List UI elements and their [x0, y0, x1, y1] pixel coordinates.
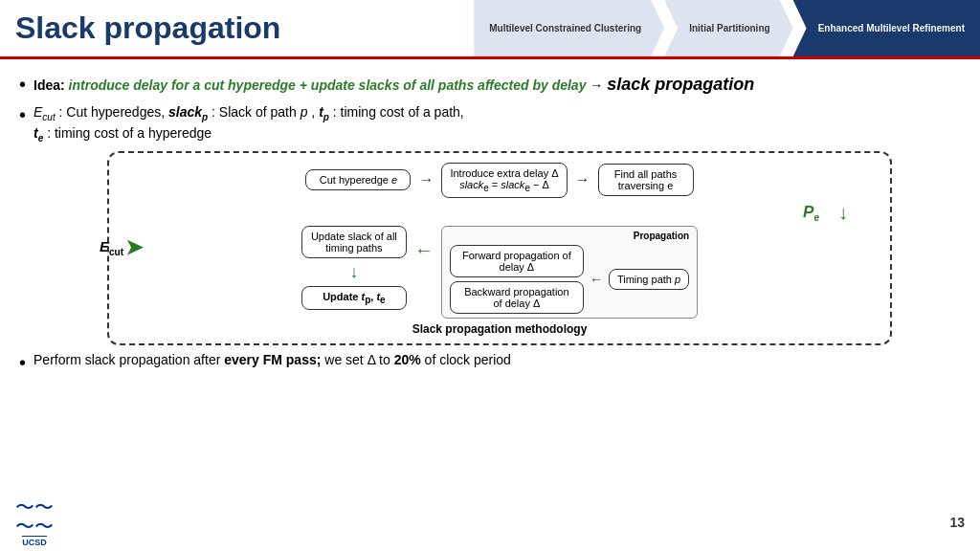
arrow-symbol: →	[590, 77, 607, 93]
propagation-content: Forward propagation of delay Δ Backward …	[450, 245, 689, 314]
find-paths-line2: traversing e	[607, 180, 685, 191]
nav-item-enhanced-refinement[interactable]: Enhanced Multilevel Refinement	[793, 0, 980, 56]
update-slack-box: Update slack of all timing paths	[301, 226, 407, 258]
bullet-dot-2: •	[19, 101, 26, 128]
nav-item-initial-partitioning[interactable]: Initial Partitioning	[664, 0, 792, 56]
backward-prop-line2: of delay Δ	[458, 298, 575, 309]
bullet-2-part3: : timing cost of a path,	[333, 104, 464, 120]
introduce-delay-box: Introduce extra delay Δ slacke = slacke …	[441, 163, 567, 198]
timing-path-box: Timing path p	[609, 269, 689, 290]
footer-bold1: every FM pass;	[224, 352, 321, 367]
bullet-2-part4: : timing cost of a hyperedge	[47, 125, 212, 141]
backward-prop-box: Backward propagation of delay Δ	[450, 281, 584, 314]
diagram-top-row: Cut hyperedge e → Introduce extra delay …	[122, 163, 877, 198]
nav-item-multilevel-clustering[interactable]: Multilevel Constrained Clustering	[474, 0, 664, 56]
pe-label: Pe	[803, 203, 819, 223]
find-paths-box: Find all paths traversing e	[598, 164, 694, 196]
footer: 〜〜〜〜 UCSD 13	[0, 497, 980, 547]
footer-suffix: of clock period	[425, 352, 511, 367]
ucsd-logo: 〜〜〜〜 UCSD	[15, 497, 54, 547]
footer-bold2: 20%	[394, 352, 421, 367]
introduce-delay-line1: Introduce extra delay Δ	[450, 167, 558, 179]
navigation-bar: Multilevel Constrained Clustering Initia…	[296, 0, 980, 56]
update-slack-line2: timing paths	[310, 242, 398, 253]
find-paths-line1: Find all paths	[607, 168, 685, 180]
down-arrow-update: ↓	[349, 262, 358, 282]
idea-description: introduce delay for a cut hyperedge + up…	[69, 77, 587, 93]
diagram-box: Cut hyperedge e → Introduce extra delay …	[107, 151, 892, 345]
cut-hyperedge-box: Cut hyperedge e	[305, 169, 411, 190]
propagation-label: Propagation	[450, 231, 689, 241]
footer-prefix: Perform slack propagation after	[33, 352, 224, 367]
bullet-1: • Idea: introduce delay for a cut hypere…	[19, 73, 961, 98]
page-number: 13	[949, 515, 965, 530]
left-column: Update slack of all timing paths ↓ Updat…	[301, 226, 407, 310]
ecut-notation: Ecut	[33, 104, 56, 120]
bullet-3-text: Perform slack propagation after every FM…	[33, 351, 961, 370]
update-te-box: Update tp, te	[301, 286, 407, 310]
arrow-2: →	[575, 171, 590, 188]
tp-notation: tp	[319, 104, 329, 120]
bullet-dot-3: •	[19, 349, 26, 376]
forward-prop-line1: Forward propagation of	[458, 250, 575, 261]
logo-text: UCSD	[22, 536, 47, 547]
down-arrow-pe: ↓	[838, 202, 848, 224]
bullet-2-part1: : Cut hyperedges,	[59, 104, 168, 120]
arrow-left-to-update: ←	[414, 239, 434, 261]
arrow-from-timing: ←	[590, 272, 603, 287]
diagram-area: Ecut ➤ Cut hyperedge e → Introduce extra…	[107, 151, 873, 345]
forward-backward-col: Forward propagation of delay Δ Backward …	[450, 245, 584, 314]
logo-waves-icon: 〜〜〜〜	[15, 497, 54, 536]
pe-propagation-row: Pe ↓	[122, 202, 877, 224]
bullet-2-text: Ecut : Cut hyperedges, slackp : Slack of…	[33, 103, 961, 145]
propagation-region: Propagation Forward propagation of delay…	[441, 226, 698, 319]
header: Slack propagation Multilevel Constrained…	[0, 0, 980, 59]
diagram-bottom-row: Update slack of all timing paths ↓ Updat…	[122, 226, 877, 319]
bullet-3: • Perform slack propagation after every …	[19, 351, 961, 376]
bullet-2-part2: : Slack of path	[212, 104, 301, 120]
idea-label: Idea:	[33, 77, 69, 93]
p-notation: p	[301, 104, 308, 120]
timing-path-text: Timing path p	[617, 274, 680, 285]
update-slack-line1: Update slack of all	[310, 231, 398, 242]
bullet-2: • Ecut : Cut hyperedges, slackp : Slack …	[19, 103, 961, 145]
slack-propagation-label: slack propagation	[607, 75, 754, 94]
forward-prop-line2: delay Δ	[458, 261, 575, 273]
slack-notation: slackp	[168, 104, 208, 120]
slide-title: Slack propagation	[15, 11, 280, 46]
footer-mid: we set Δ to	[324, 352, 393, 367]
diagram-methodology-label: Slack propagation methodology	[122, 322, 877, 336]
backward-prop-line1: Backward propagation	[458, 286, 575, 298]
bullet-dot-1: •	[19, 71, 26, 98]
main-content: • Idea: introduce delay for a cut hypere…	[0, 59, 980, 386]
update-te-text: Update tp, te	[323, 291, 385, 302]
forward-prop-box: Forward propagation of delay Δ	[450, 245, 584, 277]
te-notation: te	[33, 125, 43, 141]
cut-hyperedge-text: Cut hyperedge e	[320, 174, 397, 186]
slide-title-area: Slack propagation	[0, 0, 296, 56]
introduce-delay-line2: slacke = slacke − Δ	[450, 179, 558, 193]
bullet-2-comma: ,	[311, 104, 319, 120]
arrow-1: →	[418, 171, 434, 188]
bullet-1-text: Idea: introduce delay for a cut hyperedg…	[33, 73, 961, 97]
